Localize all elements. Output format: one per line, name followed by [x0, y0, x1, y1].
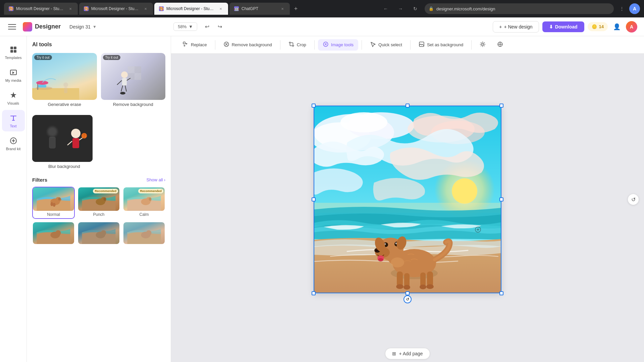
handle-top-right[interactable] — [499, 104, 503, 108]
tab-2[interactable]: 🎨 Microsoft Designer - Stunning ✕ — [79, 3, 153, 15]
handle-bottom-right[interactable] — [499, 291, 503, 295]
sidebar-item-brand[interactable]: Brand kit — [2, 133, 25, 154]
color-adjust-button[interactable] — [492, 39, 508, 51]
coins-badge: 🪙 14 — [588, 22, 608, 31]
svg-point-9 — [36, 81, 48, 85]
new-design-button[interactable]: + + New design — [493, 21, 539, 33]
zoom-level: 58% — [178, 24, 186, 29]
tab-3[interactable]: 🎨 Microsoft Designer - Stunning ✕ — [154, 3, 228, 15]
adjustments-button[interactable] — [475, 39, 490, 51]
remove-bg-label: Remove background — [232, 42, 272, 47]
svg-rect-56 — [183, 42, 185, 44]
quick-select-label: Quick select — [378, 42, 402, 47]
tool-card-generative-erase[interactable]: Try it out — [32, 53, 97, 108]
zoom-control[interactable]: 58% ▼ — [173, 22, 197, 31]
tab-favicon-3: 🎨 — [159, 6, 164, 11]
address-bar[interactable]: 🔒 designer.microsoft.com/design — [425, 3, 614, 14]
tab-1[interactable]: 🎨 Microsoft Designer - Stunning ✕ — [4, 3, 78, 15]
rotate-handle[interactable]: ↺ — [404, 295, 412, 303]
show-all-link[interactable]: Show all › — [147, 177, 165, 182]
replace-button[interactable]: Replace — [178, 39, 212, 51]
handle-middle-left[interactable] — [312, 197, 316, 201]
tab-close-1[interactable]: ✕ — [68, 6, 73, 11]
separator-1 — [215, 40, 215, 50]
back-button[interactable]: ← — [379, 3, 392, 15]
tool-label-blur-background: Blur background — [32, 164, 96, 170]
filter-calm[interactable]: Recommended Calm — [123, 187, 165, 219]
filter-6[interactable] — [123, 222, 165, 247]
user-avatar[interactable]: A — [626, 21, 637, 33]
handle-bottom-left[interactable] — [312, 291, 316, 295]
svg-rect-2 — [10, 50, 13, 53]
design-name-label: Design 31 — [69, 24, 91, 29]
tool-card-blur-background[interactable]: Try it out — [32, 115, 96, 170]
tool-card-remove-background[interactable]: Try it out — [101, 53, 166, 108]
tab-close-4[interactable]: ✕ — [280, 6, 285, 11]
filter-4[interactable] — [32, 222, 75, 247]
forward-button[interactable]: → — [394, 3, 407, 15]
zoom-chevron: ▼ — [189, 24, 193, 29]
tab-favicon-4: 🤖 — [234, 6, 239, 11]
canvas-image[interactable] — [314, 106, 501, 293]
image-tools-button[interactable]: Image tools — [318, 39, 358, 51]
tab-close-2[interactable]: ✕ — [143, 6, 148, 11]
tab-4[interactable]: 🤖 ChatGPT ✕ — [229, 3, 290, 15]
header-center: 58% ▼ ↩ ↪ — [105, 21, 294, 33]
canvas-frame[interactable]: ↺ — [314, 106, 501, 293]
svg-point-25 — [47, 127, 57, 137]
new-design-label: + New design — [504, 24, 532, 29]
share-button[interactable]: 👤 — [611, 21, 623, 33]
download-button[interactable]: ⬇ Download — [542, 21, 584, 32]
color-adjust-icon — [497, 41, 503, 49]
coins-icon: 🪙 — [592, 24, 597, 29]
visuals-label: Visuals — [7, 101, 19, 105]
svg-rect-10 — [38, 85, 46, 87]
remove-bg-icon — [223, 41, 229, 49]
filter-punch[interactable]: Recommended Punch — [77, 187, 120, 219]
extensions-button[interactable]: ⋮ — [616, 3, 627, 14]
filter-5[interactable] — [77, 222, 120, 247]
filter-img-calm: Recommended — [123, 187, 165, 211]
svg-point-94 — [378, 258, 383, 261]
set-bg-label: Set as background — [427, 42, 463, 47]
quick-select-button[interactable]: Quick select — [365, 39, 407, 51]
browser-actions: ⋮ A — [616, 3, 640, 14]
svg-rect-28 — [72, 138, 79, 148]
sidebar-item-templates[interactable]: Templates — [2, 42, 25, 63]
filter-normal[interactable]: Normal — [32, 187, 75, 219]
visuals-icon — [9, 90, 18, 100]
brand-label: Brand kit — [6, 147, 20, 151]
sidebar-item-visuals[interactable]: Visuals — [2, 87, 25, 109]
handle-top-middle[interactable] — [406, 104, 410, 108]
menu-button[interactable] — [7, 21, 17, 32]
add-page-button[interactable]: ⊞ + Add page — [385, 348, 430, 359]
my-media-icon — [9, 68, 18, 77]
filter-4-label — [33, 245, 74, 247]
new-tab-button[interactable]: + — [291, 4, 301, 13]
refresh-button[interactable]: ↻ — [409, 3, 422, 15]
canvas-side-refresh[interactable]: ↺ — [628, 194, 639, 205]
sidebar-item-text[interactable]: Text — [2, 110, 25, 131]
add-page-bar: ⊞ + Add page — [385, 345, 430, 362]
profile-button[interactable]: A — [629, 3, 640, 14]
handle-top-left[interactable] — [312, 104, 316, 108]
svg-point-59 — [482, 43, 484, 45]
svg-point-63 — [452, 178, 477, 204]
svg-rect-3 — [14, 50, 16, 53]
set-as-background-button[interactable]: Set as background — [414, 39, 468, 51]
try-it-badge-gen-erase: Try it out — [34, 55, 52, 60]
redo-button[interactable]: ↪ — [214, 21, 225, 33]
crop-button[interactable]: Crop — [284, 39, 311, 51]
quick-select-icon — [370, 41, 376, 49]
sidebar-item-my-media[interactable]: My media — [2, 64, 25, 86]
remove-background-button[interactable]: Remove background — [219, 39, 277, 51]
tab-close-3[interactable]: ✕ — [218, 6, 223, 11]
address-text: designer.microsoft.com/design — [436, 6, 495, 11]
canvas-viewport[interactable]: ↺ — [171, 54, 644, 345]
undo-button[interactable]: ↩ — [201, 21, 213, 33]
show-all-chevron: › — [164, 177, 165, 182]
design-name[interactable]: Design 31 ▼ — [66, 23, 100, 31]
handle-bottom-middle[interactable] — [406, 291, 410, 295]
handle-middle-right[interactable] — [499, 197, 503, 201]
text-label: Text — [10, 124, 16, 128]
